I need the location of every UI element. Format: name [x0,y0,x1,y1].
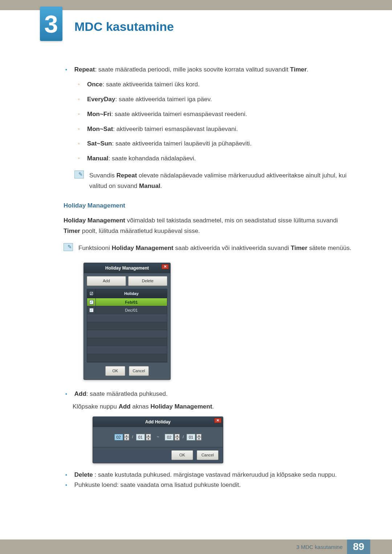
list-header: ☑ Holiday [87,289,167,299]
repeat-note: Suvandis Repeat olevate nädalapäevade va… [74,171,352,192]
dialog-title: Holiday Management ✕ [84,263,170,273]
repeat-label: Repeat [74,66,95,73]
close-button[interactable]: ✕ [162,264,169,269]
page-footer: 3 MDC kasutamine 89 [0,539,392,554]
row-checkbox[interactable]: ✓ [87,306,96,314]
dialog-footer: OK Cancel [84,362,170,379]
dialog-title: Add Holiday ✕ [93,417,223,427]
repeat-desc: : saate määratleda perioodi, mille jaoks… [95,66,290,73]
add-item: Add: saate määratleda puhkused. Klõpsake… [73,389,352,463]
row-value: Dec/01 [96,307,167,314]
list-item: Puhkuste loend: saate vaadata oma lisatu… [73,480,352,491]
repeat-list: Repeat: saate määratleda perioodi, mille… [64,65,352,164]
separator: / [182,434,184,440]
row-value: Feb/01 [96,299,167,306]
holiday-note-text: Funktsiooni Holiday Management saab akti… [78,243,352,254]
repeat-options: Once: saate aktiveerida taimeri üks kord… [73,79,352,164]
range-tilde: ~ [153,434,163,440]
holiday-list: ☑ Holiday ✓ Feb/01 ✓ Dec/01 [87,289,167,363]
repeat-timer-word: Timer [290,66,307,73]
day-end-spinner[interactable]: 01 ▲▼ [187,434,201,440]
add-item-para: Klõpsake nuppu Add aknas Holiday Managem… [73,402,352,412]
page-number: 89 [347,539,370,554]
dialog-footer: OK Cancel [93,447,223,463]
option-monsat: Mon~Sat: aktiveerib taimeri esmaspäevast… [87,124,352,135]
chapter-header: 3 MDC kasutamine [0,10,392,43]
list-empty-row [87,346,167,354]
option-everyday: EveryDay: saate aktiveerida taimeri iga … [87,94,352,105]
holiday-paragraph: Holiday Management võimaldab teil takist… [64,216,352,237]
note-icon [64,243,73,251]
add-holiday-dialog-screenshot: Add Holiday ✕ 02 ▲▼ / 01 ▲▼ ~ [93,416,352,463]
spinner-arrows[interactable]: ▲▼ [124,434,129,440]
list-empty-row [87,322,167,330]
holiday-dialog: Holiday Management ✕ Add Delete ☑ Holida… [83,263,171,380]
add-button[interactable]: Add [87,276,126,286]
holiday-note: Funktsiooni Holiday Management saab akti… [64,243,352,254]
spinner-value[interactable]: 01 [187,434,195,440]
add-holiday-body: 02 ▲▼ / 01 ▲▼ ~ 02 ▲▼ / [93,427,223,447]
option-manual: Manual: saate kohandada nädalapäevi. [87,153,352,164]
spinner-value[interactable]: 02 [165,434,173,440]
repeat-note-text: Suvandis Repeat olevate nädalapäevade va… [89,171,352,192]
dialog-toolbar: Add Delete [84,273,170,289]
spinner-arrows[interactable]: ▲▼ [146,434,151,440]
ok-button[interactable]: OK [105,366,125,376]
spinner-arrows[interactable]: ▲▼ [175,434,180,440]
page-content: Repeat: saate määratleda perioodi, mille… [0,43,392,491]
separator: / [131,434,134,440]
delete-button[interactable]: Delete [128,276,167,286]
list-row[interactable]: ✓ Dec/01 [87,306,167,314]
chapter-title: MDC kasutamine [74,20,174,34]
spinner-arrows[interactable]: ▲▼ [196,434,201,440]
day-start-spinner[interactable]: 01 ▲▼ [136,434,151,440]
row-checkbox[interactable]: ✓ [87,298,96,306]
close-button[interactable]: ✕ [214,418,221,423]
cancel-button[interactable]: Cancel [197,450,219,460]
month-start-spinner[interactable]: 02 ▲▼ [114,434,129,440]
spinner-value[interactable]: 01 [136,434,145,440]
cancel-button[interactable]: Cancel [129,366,149,376]
month-end-spinner[interactable]: 02 ▲▼ [165,434,180,440]
list-empty-row [87,330,167,338]
holiday-heading: Holiday Management [64,201,352,211]
holiday-dialog-screenshot: Holiday Management ✕ Add Delete ☑ Holida… [83,263,352,380]
footer-text: 3 MDC kasutamine [296,544,343,550]
repeat-item: Repeat: saate määratleda perioodi, mille… [73,65,352,164]
option-once: Once: saate aktiveerida taimeri üks kord… [87,79,352,90]
add-holiday-dialog: Add Holiday ✕ 02 ▲▼ / 01 ▲▼ ~ [93,416,223,463]
spinner-value[interactable]: 02 [114,434,123,440]
option-satsun: Sat~Sun: saate aktiveerida taimeri laupä… [87,139,352,149]
add-delete-list: Add: saate määratleda puhkused. Klõpsake… [64,389,352,491]
list-row-selected[interactable]: ✓ Feb/01 [87,298,167,306]
option-monfri: Mon~Fri: saate aktiveerida taimeri esmas… [87,109,352,120]
delete-item: Delete : saate kustutada puhkused. märgi… [73,470,352,480]
header-label: Holiday [96,289,167,298]
list-empty-row [87,354,167,362]
list-empty-row [87,314,167,322]
list-empty-row [87,338,167,346]
chapter-number-badge: 3 [40,7,62,41]
note-icon [74,171,84,178]
header-checkbox[interactable]: ☑ [87,289,96,298]
ok-button[interactable]: OK [171,450,193,460]
